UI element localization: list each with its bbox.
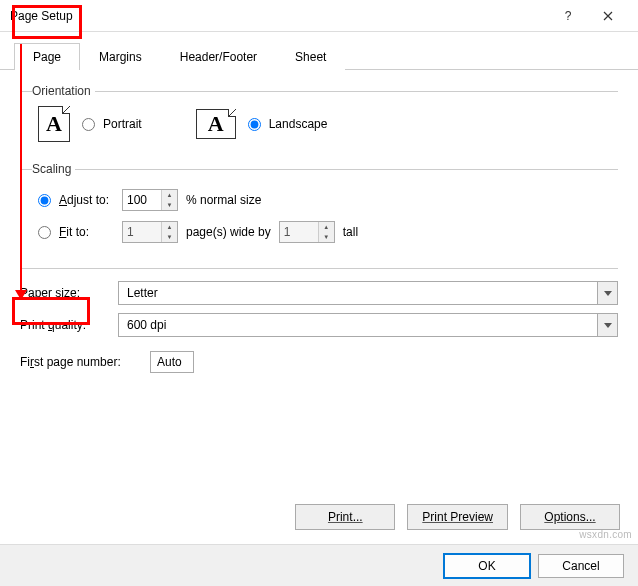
tab-page[interactable]: Page — [14, 43, 80, 70]
spin-up-icon[interactable]: ▲ — [162, 222, 177, 232]
tab-sheet[interactable]: Sheet — [276, 43, 345, 70]
watermark: wsxdn.com — [579, 529, 632, 540]
fit-mid-label: page(s) wide by — [186, 225, 271, 239]
spin-up-icon[interactable]: ▲ — [162, 190, 177, 200]
print-button[interactable]: Print... — [295, 504, 395, 530]
first-page-input-wrap[interactable] — [150, 351, 194, 373]
adjust-radio[interactable]: Adjust to: — [38, 193, 114, 207]
fit-wide-spinner[interactable]: ▲▼ — [122, 221, 178, 243]
tab-strip: Page Margins Header/Footer Sheet — [0, 32, 638, 70]
chevron-down-icon[interactable] — [597, 282, 617, 304]
scaling-group: Scaling Adjust to: ▲▼ % normal size Fit … — [20, 162, 618, 260]
first-page-row: First page number: — [20, 351, 618, 373]
orientation-legend: Orientation — [32, 84, 95, 98]
spin-down-icon[interactable]: ▼ — [162, 232, 177, 242]
print-quality-dropdown[interactable]: 600 dpi — [118, 313, 618, 337]
print-preview-button[interactable]: Print Preview — [407, 504, 508, 530]
fit-wide-value[interactable] — [123, 222, 161, 242]
adjust-value[interactable] — [123, 190, 161, 210]
fit-radio[interactable]: Fit to: — [38, 225, 114, 239]
options-button[interactable]: Options... — [520, 504, 620, 530]
print-quality-label: Print quality: — [20, 318, 108, 332]
paper-size-label: Paper size: — [20, 286, 108, 300]
paper-size-dropdown[interactable]: Letter — [118, 281, 618, 305]
spin-up-icon[interactable]: ▲ — [319, 222, 334, 232]
dialog-footer: OK Cancel — [0, 544, 638, 586]
fit-tall-suffix: tall — [343, 225, 358, 239]
first-page-input[interactable] — [151, 355, 193, 369]
close-button[interactable] — [588, 0, 628, 32]
titlebar: Page Setup ? — [0, 0, 638, 32]
paper-size-value: Letter — [119, 286, 597, 300]
landscape-radio[interactable]: Landscape — [248, 117, 328, 131]
portrait-icon: A — [38, 106, 70, 142]
orientation-group: Orientation A Portrait A Landscape — [20, 84, 618, 154]
window-title: Page Setup — [10, 9, 548, 23]
first-page-label: First page number: — [20, 355, 140, 369]
tab-content: Orientation A Portrait A Landscape Scali… — [0, 70, 638, 393]
tab-headerfooter[interactable]: Header/Footer — [161, 43, 276, 70]
landscape-icon: A — [196, 109, 236, 139]
paper-size-row: Paper size: Letter — [20, 281, 618, 305]
spin-down-icon[interactable]: ▼ — [319, 232, 334, 242]
cancel-button[interactable]: Cancel — [538, 554, 624, 578]
print-quality-row: Print quality: 600 dpi — [20, 313, 618, 337]
adjust-spinner[interactable]: ▲▼ — [122, 189, 178, 211]
close-icon — [603, 11, 613, 21]
action-buttons: Print... Print Preview Options... — [295, 504, 620, 530]
ok-button[interactable]: OK — [444, 554, 530, 578]
spin-down-icon[interactable]: ▼ — [162, 200, 177, 210]
print-quality-value: 600 dpi — [119, 318, 597, 332]
adjust-suffix: % normal size — [186, 193, 261, 207]
chevron-down-icon[interactable] — [597, 314, 617, 336]
fit-tall-value[interactable] — [280, 222, 318, 242]
help-button[interactable]: ? — [548, 0, 588, 32]
portrait-radio[interactable]: Portrait — [82, 117, 142, 131]
tab-margins[interactable]: Margins — [80, 43, 161, 70]
scaling-legend: Scaling — [32, 162, 75, 176]
fit-tall-spinner[interactable]: ▲▼ — [279, 221, 335, 243]
